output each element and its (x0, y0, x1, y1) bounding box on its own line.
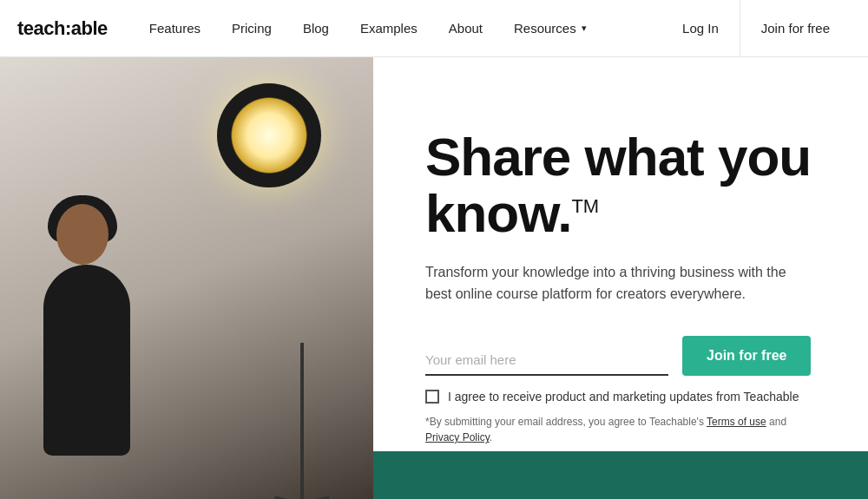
nav-links: Features Pricing Blog Examples About Res… (135, 14, 661, 43)
email-form: Join for free (425, 336, 816, 376)
ring-light (217, 83, 321, 187)
hero-image (0, 57, 373, 499)
person-body (43, 265, 130, 456)
nav-link-examples[interactable]: Examples (346, 14, 431, 43)
terms-link[interactable]: Terms of use (707, 416, 766, 428)
hero-section: Share what you know.TM Transform your kn… (0, 57, 868, 499)
nav-link-resources[interactable]: Resources ▾ (500, 14, 601, 43)
nav-link-blog[interactable]: Blog (289, 14, 343, 43)
email-input[interactable] (425, 345, 668, 376)
login-button[interactable]: Log In (661, 0, 740, 57)
nav-link-features[interactable]: Features (135, 14, 214, 43)
privacy-link[interactable]: Privacy Policy (425, 431, 490, 443)
nav-actions: Log In Join for free (661, 0, 851, 57)
nav-link-about[interactable]: About (435, 14, 496, 43)
hero-content: Share what you know.TM Transform your kn… (373, 57, 868, 499)
navbar: teach:able Features Pricing Blog Example… (0, 0, 868, 57)
person-figure (26, 204, 165, 456)
join-nav-button[interactable]: Join for free (740, 0, 851, 57)
tripod (300, 343, 304, 499)
marketing-checkbox[interactable] (425, 390, 439, 404)
person-head (56, 204, 108, 265)
checkbox-label[interactable]: I agree to receive product and marketing… (448, 390, 799, 404)
legal-text: *By submitting your email address, you a… (425, 414, 816, 445)
checkbox-row: I agree to receive product and marketing… (425, 390, 816, 404)
chevron-down-icon: ▾ (582, 23, 587, 34)
join-hero-button[interactable]: Join for free (682, 336, 811, 376)
hero-subtitle: Transform your knowledge into a thriving… (425, 262, 790, 305)
logo[interactable]: teach:able (17, 17, 108, 40)
nav-link-pricing[interactable]: Pricing (218, 14, 286, 43)
hero-title: Share what you know.TM (425, 128, 816, 241)
hero-photo (0, 57, 373, 499)
